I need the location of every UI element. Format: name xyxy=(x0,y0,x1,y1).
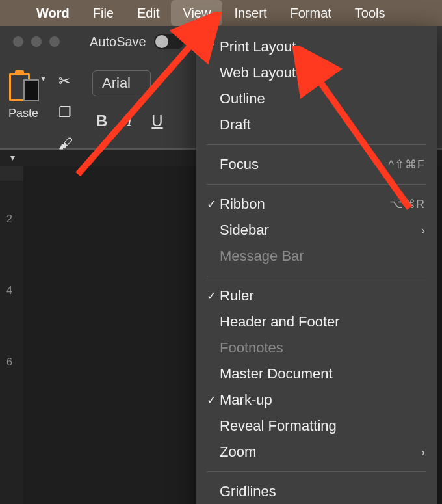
menu-item-label: Ruler xyxy=(220,287,425,304)
checkmark-icon: ✓ xyxy=(203,393,220,407)
ruler-tick: 2 xyxy=(6,213,12,225)
zoom-window-icon[interactable] xyxy=(49,36,60,47)
menu-item-label: Sidebar xyxy=(220,222,421,239)
cut-icon[interactable]: ✂ xyxy=(58,73,73,90)
font-group: Arial B I U xyxy=(92,70,163,130)
menu-item-zoom[interactable]: Zoom› xyxy=(196,439,437,465)
ruler-indent-icon[interactable]: ▾ xyxy=(10,152,15,163)
menu-item-print-layout[interactable]: ✓Print Layout xyxy=(196,34,437,60)
menu-item-header-and-footer[interactable]: Header and Footer xyxy=(196,309,437,335)
vertical-ruler: 2 4 6 xyxy=(0,181,23,504)
chevron-right-icon: › xyxy=(421,224,425,237)
menu-item-label: Focus xyxy=(220,156,389,173)
minimize-window-icon[interactable] xyxy=(31,36,42,47)
menu-item-label: Ribbon xyxy=(220,196,389,213)
ruler-tick: 6 xyxy=(6,356,12,368)
paste-label: Paste xyxy=(8,107,38,120)
chevron-right-icon: › xyxy=(421,445,425,459)
menu-item-mark-up[interactable]: ✓Mark-up xyxy=(196,387,437,413)
autosave-control: AutoSave xyxy=(90,34,184,49)
checkmark-icon: ✓ xyxy=(203,40,220,54)
checkmark-icon: ✓ xyxy=(203,197,220,211)
menu-item-focus[interactable]: Focus^⇧⌘F xyxy=(196,152,437,178)
menu-item-label: Mark-up xyxy=(220,391,425,408)
menu-item-label: Outline xyxy=(220,90,425,107)
menu-tools[interactable]: Tools xyxy=(343,0,397,26)
menu-item-ruler[interactable]: ✓Ruler xyxy=(196,283,437,309)
menu-separator xyxy=(207,276,426,276)
menu-insert[interactable]: Insert xyxy=(222,0,278,26)
menu-item-label: Footnotes xyxy=(220,339,425,356)
italic-button[interactable]: I xyxy=(127,112,132,130)
checkmark-icon: ✓ xyxy=(203,289,220,303)
menu-item-web-layout[interactable]: Web Layout xyxy=(196,60,437,86)
keyboard-shortcut: ⌥⌘R xyxy=(389,197,425,211)
menu-separator xyxy=(207,184,426,185)
menu-item-label: Draft xyxy=(220,116,425,133)
menu-separator xyxy=(207,471,426,472)
underline-button[interactable]: U xyxy=(151,112,162,130)
clipboard-tools: ✂ ❐ 🖌 xyxy=(58,70,73,152)
menu-item-label: Message Bar xyxy=(220,248,425,265)
menu-item-label: Header and Footer xyxy=(220,313,425,330)
menu-item-sidebar[interactable]: Sidebar› xyxy=(196,217,437,243)
macos-menubar: Word File Edit View Insert Format Tools xyxy=(0,0,442,26)
menu-item-label: Reveal Formatting xyxy=(220,418,425,434)
menu-item-label: Web Layout xyxy=(220,64,425,81)
menu-item-reveal-formatting[interactable]: Reveal Formatting xyxy=(196,413,437,439)
traffic-lights xyxy=(6,36,64,47)
menu-item-label: Zoom xyxy=(220,444,421,460)
menu-format[interactable]: Format xyxy=(278,0,343,26)
menu-item-gridlines[interactable]: Gridlines xyxy=(196,479,437,504)
menu-item-master-document[interactable]: Master Document xyxy=(196,361,437,387)
menu-item-label: Gridlines xyxy=(220,483,425,500)
menu-separator xyxy=(207,144,426,145)
menu-item-footnotes: Footnotes xyxy=(196,335,437,361)
paste-group: ▾ Paste xyxy=(8,70,39,120)
autosave-label: AutoSave xyxy=(90,34,146,49)
bold-button[interactable]: B xyxy=(96,112,107,130)
paste-icon[interactable]: ▾ xyxy=(8,70,39,107)
ruler-tick: 4 xyxy=(6,285,12,297)
autosave-toggle[interactable] xyxy=(154,34,184,49)
view-menu-dropdown: ✓Print LayoutWeb LayoutOutlineDraftFocus… xyxy=(196,26,437,504)
close-window-icon[interactable] xyxy=(13,36,23,47)
menu-item-label: Print Layout xyxy=(220,38,425,55)
keyboard-shortcut: ^⇧⌘F xyxy=(389,157,425,172)
menu-item-draft[interactable]: Draft xyxy=(196,112,437,138)
menu-file[interactable]: File xyxy=(81,0,125,26)
menu-item-ribbon[interactable]: ✓Ribbon⌥⌘R xyxy=(196,191,437,217)
menu-view[interactable]: View xyxy=(171,0,222,26)
menu-item-label: Master Document xyxy=(220,365,425,382)
app-name[interactable]: Word xyxy=(25,6,81,21)
font-name-select[interactable]: Arial xyxy=(92,70,151,96)
menu-edit[interactable]: Edit xyxy=(125,0,171,26)
menu-item-message-bar: Message Bar xyxy=(196,243,437,269)
menu-item-outline[interactable]: Outline xyxy=(196,86,437,112)
chevron-down-icon[interactable]: ▾ xyxy=(41,73,46,83)
copy-icon[interactable]: ❐ xyxy=(58,104,73,121)
